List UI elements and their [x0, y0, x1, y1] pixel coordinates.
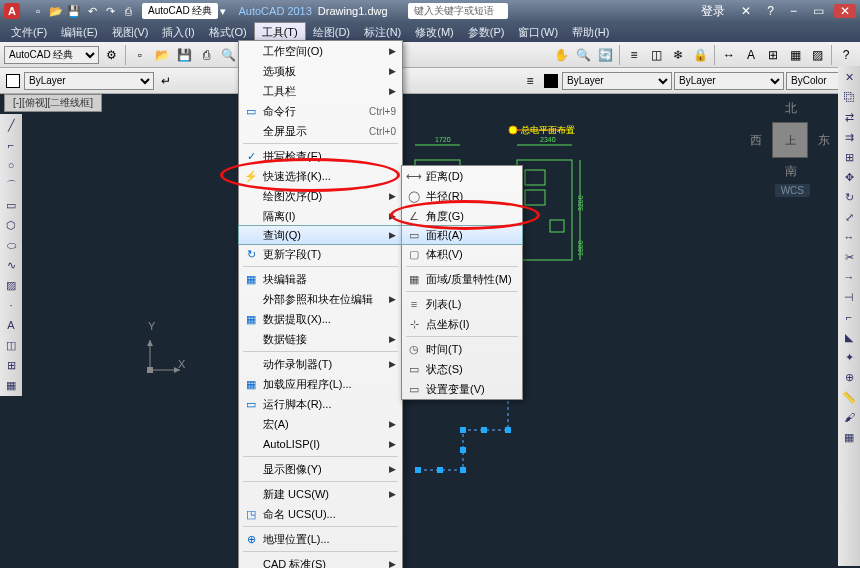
plot-icon[interactable]: ⎙ — [196, 45, 216, 65]
lw-icon[interactable]: ≡ — [520, 71, 540, 91]
freeze-icon[interactable]: ❄ — [668, 45, 688, 65]
linetype-selector[interactable]: ByLayer — [562, 72, 672, 90]
submenu-item[interactable]: ▦面域/质量特性(M) — [402, 269, 522, 289]
join-icon[interactable]: ⊕ — [840, 368, 858, 386]
open-icon[interactable]: 📂 — [152, 45, 172, 65]
layer-prev-icon[interactable]: ↵ — [156, 71, 176, 91]
menu-item-0[interactable]: 文件(F) — [4, 23, 54, 42]
menu-item[interactable]: 宏(A)▶ — [239, 414, 402, 434]
qat-undo-icon[interactable]: ↶ — [84, 3, 100, 19]
menu-item[interactable]: 显示图像(Y)▶ — [239, 459, 402, 479]
spline-icon[interactable]: ∿ — [2, 256, 20, 274]
viewcube-south[interactable]: 南 — [785, 163, 797, 180]
text-icon[interactable]: A — [741, 45, 761, 65]
hatch2-icon[interactable]: ▨ — [2, 276, 20, 294]
point-icon[interactable]: · — [2, 296, 20, 314]
viewcube-top[interactable]: 上 — [772, 122, 808, 158]
menu-item[interactable]: 选项板▶ — [239, 61, 402, 81]
pline-icon[interactable]: ⌐ — [2, 136, 20, 154]
circle-icon[interactable]: ○ — [2, 156, 20, 174]
menu-item[interactable]: 绘图次序(D)▶ — [239, 186, 402, 206]
wcs-label[interactable]: WCS — [775, 184, 810, 197]
viewport-label[interactable]: [-][俯视][二维线框] — [4, 94, 102, 112]
table-icon[interactable]: ⊞ — [763, 45, 783, 65]
pan-icon[interactable]: ✋ — [551, 45, 571, 65]
lock-icon[interactable]: 🔒 — [690, 45, 710, 65]
offset-icon[interactable]: ⇉ — [840, 128, 858, 146]
break-icon[interactable]: ⊣ — [840, 288, 858, 306]
fillet-icon[interactable]: ⌐ — [840, 308, 858, 326]
submenu-item[interactable]: ≡列表(L) — [402, 294, 522, 314]
menu-item-10[interactable]: 窗口(W) — [511, 23, 565, 42]
exchange-icon[interactable]: ✕ — [735, 4, 757, 18]
array-icon[interactable]: ⊞ — [840, 148, 858, 166]
extend-icon[interactable]: → — [840, 268, 858, 286]
maximize-icon[interactable]: ▭ — [807, 4, 830, 18]
menu-item[interactable]: 全屏显示Ctrl+0 — [239, 121, 402, 141]
menu-item[interactable]: ▦加载应用程序(L)... — [239, 374, 402, 394]
menu-item[interactable]: ✓拼写检查(E) — [239, 146, 402, 166]
menu-item[interactable]: ▭命令行Ctrl+9 — [239, 101, 402, 121]
submenu-item[interactable]: ▢体积(V) — [402, 244, 522, 264]
menu-item[interactable]: 工具栏▶ — [239, 81, 402, 101]
submenu-item[interactable]: ◯半径(R) — [402, 186, 522, 206]
table2-icon[interactable]: ⊞ — [2, 356, 20, 374]
menu-item-9[interactable]: 参数(P) — [461, 23, 512, 42]
qat-redo-icon[interactable]: ↷ — [102, 3, 118, 19]
group-icon[interactable]: ▦ — [840, 428, 858, 446]
viewcube-west[interactable]: 西 — [750, 132, 762, 149]
menu-item[interactable]: ⚡快速选择(K)... — [239, 166, 402, 186]
menu-item[interactable]: 动作录制器(T)▶ — [239, 354, 402, 374]
explode-icon[interactable]: ✦ — [840, 348, 858, 366]
erase-icon[interactable]: ✕ — [840, 68, 858, 86]
menu-item[interactable]: ◳命名 UCS(U)... — [239, 504, 402, 524]
text2-icon[interactable]: A — [2, 316, 20, 334]
workspace-selector[interactable]: AutoCAD 经典 — [4, 46, 99, 64]
menu-item-6[interactable]: 绘图(D) — [306, 23, 357, 42]
polygon-icon[interactable]: ⬡ — [2, 216, 20, 234]
submenu-item[interactable]: ⟷距离(D) — [402, 166, 522, 186]
layer-state-icon[interactable]: ◫ — [646, 45, 666, 65]
scale-icon[interactable]: ⤢ — [840, 208, 858, 226]
help-search-input[interactable]: 键入关键字或短语 — [408, 3, 508, 19]
viewcube-east[interactable]: 东 — [818, 132, 830, 149]
menu-item[interactable]: ▦块编辑器 — [239, 269, 402, 289]
copy2-icon[interactable]: ⿻ — [840, 88, 858, 106]
menu-item-7[interactable]: 标注(N) — [357, 23, 408, 42]
menu-item-11[interactable]: 帮助(H) — [565, 23, 616, 42]
submenu-item[interactable]: ∠角度(G) — [402, 206, 522, 226]
minimize-icon[interactable]: − — [784, 4, 803, 18]
submenu-item[interactable]: ▭状态(S) — [402, 359, 522, 379]
viewcube-north[interactable]: 北 — [785, 100, 797, 117]
color-swatch-2[interactable] — [544, 74, 558, 88]
qat-open-icon[interactable]: 📂 — [48, 3, 64, 19]
gear-icon[interactable]: ⚙ — [101, 45, 121, 65]
qat-save-icon[interactable]: 💾 — [66, 3, 82, 19]
ellipse-icon[interactable]: ⬭ — [2, 236, 20, 254]
menu-item[interactable]: 工作空间(O)▶ — [239, 41, 402, 61]
lineweight-selector[interactable]: ByLayer — [674, 72, 784, 90]
close-icon[interactable]: ✕ — [834, 4, 856, 18]
dim-icon[interactable]: ↔ — [719, 45, 739, 65]
rect-icon[interactable]: ▭ — [2, 196, 20, 214]
help-icon[interactable]: ? — [761, 4, 780, 18]
menu-item-4[interactable]: 格式(O) — [202, 23, 254, 42]
submenu-item[interactable]: ◷时间(T) — [402, 339, 522, 359]
menu-item[interactable]: 查询(Q)▶ — [238, 225, 403, 245]
menu-item[interactable]: CAD 标准(S)▶ — [239, 554, 402, 568]
line-icon[interactable]: ╱ — [2, 116, 20, 134]
menu-item-2[interactable]: 视图(V) — [105, 23, 156, 42]
chamfer-icon[interactable]: ◣ — [840, 328, 858, 346]
mirror-icon[interactable]: ⇄ — [840, 108, 858, 126]
block-icon[interactable]: ▦ — [785, 45, 805, 65]
orbit-icon[interactable]: 🔄 — [595, 45, 615, 65]
rotate-icon[interactable]: ↻ — [840, 188, 858, 206]
measure-icon[interactable]: 📏 — [840, 388, 858, 406]
menu-item[interactable]: 外部参照和块在位编辑▶ — [239, 289, 402, 309]
arc-icon[interactable]: ⌒ — [2, 176, 20, 194]
login-link[interactable]: 登录 — [695, 3, 731, 20]
block2-icon[interactable]: ▦ — [2, 376, 20, 394]
layer-color-selector[interactable]: ByLayer — [24, 72, 154, 90]
menu-item-3[interactable]: 插入(I) — [155, 23, 201, 42]
save-icon[interactable]: 💾 — [174, 45, 194, 65]
